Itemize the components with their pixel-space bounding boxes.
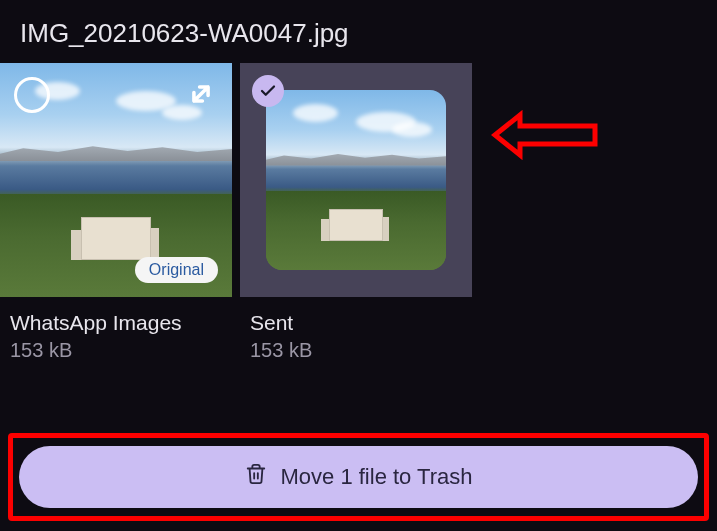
checkmark-icon[interactable] <box>252 75 284 107</box>
photo-landscape-small <box>266 90 446 270</box>
annotation-arrow-icon <box>490 110 600 164</box>
trash-button-label: Move 1 file to Trash <box>281 464 473 490</box>
duplicate-cards-row: Original WhatsApp Images 153 kB <box>0 63 717 362</box>
thumbnail-original[interactable]: Original <box>0 63 232 297</box>
trash-icon <box>245 463 267 491</box>
original-badge: Original <box>135 257 218 283</box>
card-folder-name: Sent <box>250 311 466 335</box>
card-info: Sent 153 kB <box>240 297 472 362</box>
thumbnail-selected[interactable] <box>240 63 472 297</box>
annotation-highlight-box: Move 1 file to Trash <box>8 433 709 521</box>
card-duplicate[interactable]: Sent 153 kB <box>240 63 472 362</box>
card-file-size: 153 kB <box>10 339 226 362</box>
card-file-size: 153 kB <box>250 339 466 362</box>
card-info: WhatsApp Images 153 kB <box>0 297 232 362</box>
move-to-trash-button[interactable]: Move 1 file to Trash <box>19 446 698 508</box>
card-original[interactable]: Original WhatsApp Images 153 kB <box>0 63 232 362</box>
unselected-circle-icon[interactable] <box>14 77 50 113</box>
card-folder-name: WhatsApp Images <box>10 311 226 335</box>
expand-icon[interactable] <box>184 77 218 111</box>
page-title: IMG_20210623-WA0047.jpg <box>0 0 717 63</box>
